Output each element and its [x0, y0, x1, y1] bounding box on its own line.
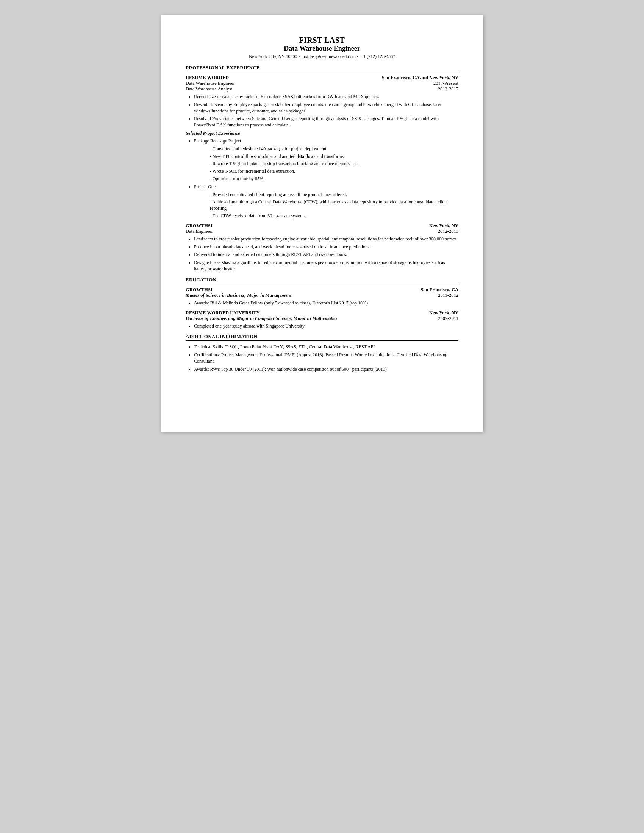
edu-school-g: GROWTHSI	[186, 287, 213, 293]
job-title-g-1: Data Engineer	[186, 229, 213, 234]
header: FIRST LAST Data Warehouse Engineer New Y…	[186, 36, 458, 60]
job-dates-g-1: 2012-2013	[438, 229, 458, 234]
bullet-item: Produced hour ahead, day ahead, and week…	[194, 244, 458, 250]
edu-bullets-rwu: Completed one-year study abroad with Sin…	[194, 323, 458, 330]
sub-bullet: Achieved goal through a Central Data War…	[210, 199, 458, 212]
job-location-rw: San Francisco, CA and New York, NY	[382, 75, 458, 80]
bullet-item: Rewrote Revenue by Employee packages to …	[194, 101, 458, 114]
sub-bullet: Optimized run time by 85%.	[210, 176, 458, 182]
job-title-row-rw-2: Data Warehouse Analyst 2013-2017	[186, 86, 458, 92]
project-sub-bullets-2: Provided consolidated client reporting a…	[210, 191, 458, 219]
job-top-row-rw: RESUME WORDED San Francisco, CA and New …	[186, 75, 458, 80]
edu-location-g: San Francisco, CA	[420, 287, 458, 293]
project-top-bullet-2: Project One	[194, 183, 458, 190]
edu-top-row-rwu: RESUME WORDED UNIVERSITY New York, NY	[186, 310, 458, 316]
job-title-rw-1: Data Warehouse Engineer	[186, 80, 235, 86]
job-location-g: New York, NY	[429, 223, 458, 229]
section-header-education: EDUCATION	[186, 277, 458, 284]
edu-location-rwu: New York, NY	[429, 310, 458, 316]
project-top-bullet: Package Redesign Project	[194, 138, 458, 144]
header-title: Data Warehouse Engineer	[186, 45, 458, 53]
edu-degree-row-rwu: Bachelor of Engineering, Major in Comput…	[186, 316, 458, 322]
edu-entry-growthsi: GROWTHSI San Francisco, CA Master of Sci…	[186, 287, 458, 306]
bullet-item: Designed peak shaving algorithms to redu…	[194, 259, 458, 272]
section-additional: ADDITIONAL INFORMATION Technical Skills:…	[186, 334, 458, 372]
edu-top-row-g: GROWTHSI San Francisco, CA	[186, 287, 458, 293]
bullet-item: Resolved 2% variance between Sale and Ge…	[194, 116, 458, 129]
job-company-rw: RESUME WORDED	[186, 75, 229, 80]
resume-page: FIRST LAST Data Warehouse Engineer New Y…	[161, 15, 483, 432]
job-company-g: GROWTHSI	[186, 223, 213, 229]
additional-bullets: Technical Skills: T-SQL, PowerPoint Pivo…	[194, 344, 458, 372]
job-title-row-rw-1: Data Warehouse Engineer 2017-Present	[186, 80, 458, 86]
sub-bullet: Converted and redesigned 40 packages for…	[210, 146, 458, 152]
edu-degree-rwu: Bachelor of Engineering, Major in Comput…	[186, 316, 338, 322]
bullet-item: Certifications: Project Management Profe…	[194, 352, 458, 365]
header-name: FIRST LAST	[186, 36, 458, 45]
header-contact: New York City, NY 10000 • first.last@res…	[186, 54, 458, 60]
job-top-row-g: GROWTHSI New York, NY	[186, 223, 458, 229]
project-item-1: Package Redesign Project Converted and r…	[194, 138, 458, 182]
job-title-row-g-1: Data Engineer 2012-2013	[186, 229, 458, 234]
job-dates-rw-2: 2013-2017	[438, 86, 458, 92]
section-professional-experience: PROFESSIONAL EXPERIENCE RESUME WORDED Sa…	[186, 65, 458, 272]
project-name-2: Project One	[194, 183, 458, 190]
sub-bullet: Rewrote T-SQL in lookups to stop transac…	[210, 161, 458, 167]
section-header-professional: PROFESSIONAL EXPERIENCE	[186, 65, 458, 72]
edu-bullets-g: Awards: Bill & Melinda Gates Fellow (onl…	[194, 300, 458, 306]
job-dates-rw-1: 2017-Present	[433, 80, 458, 86]
sub-bullet: The CDW received data from 30 upstream s…	[210, 213, 458, 219]
job-title-rw-2: Data Warehouse Analyst	[186, 86, 232, 92]
bullet-item: Lead team to create solar production for…	[194, 236, 458, 242]
project-item-2: Project One Provided consolidated client…	[194, 183, 458, 219]
project-sub-bullets-1: Converted and redesigned 40 packages for…	[210, 146, 458, 182]
edu-dates-rwu: 2007-2011	[438, 316, 458, 322]
job-entry-growthsi: GROWTHSI New York, NY Data Engineer 2012…	[186, 223, 458, 272]
bullet-item: Completed one-year study abroad with Sin…	[194, 323, 458, 330]
section-header-additional: ADDITIONAL INFORMATION	[186, 334, 458, 341]
bullet-item: Awards: Bill & Melinda Gates Fellow (onl…	[194, 300, 458, 306]
sub-bullet: New ETL control flows; modular and audit…	[210, 153, 458, 160]
bullet-item: Technical Skills: T-SQL, PowerPoint Pivo…	[194, 344, 458, 350]
project-section-title: Selected Project Experience	[186, 130, 458, 136]
edu-school-rwu: RESUME WORDED UNIVERSITY	[186, 310, 260, 316]
section-education: EDUCATION GROWTHSI San Francisco, CA Mas…	[186, 277, 458, 330]
edu-degree-g: Master of Science in Business; Major in …	[186, 293, 291, 298]
sub-bullet: Provided consolidated client reporting a…	[210, 191, 458, 198]
bullet-item: Recued size of database by factor of 5 t…	[194, 93, 458, 100]
bullet-item: Delivered to internal and external custo…	[194, 251, 458, 258]
edu-dates-g: 2011-2012	[438, 293, 458, 298]
job-bullets-g: Lead team to create solar production for…	[194, 236, 458, 272]
project-name-1: Package Redesign Project	[194, 138, 458, 144]
job-entry-resume-worded: RESUME WORDED San Francisco, CA and New …	[186, 75, 458, 219]
edu-entry-rwu: RESUME WORDED UNIVERSITY New York, NY Ba…	[186, 310, 458, 330]
sub-bullet: Wrote T-SQL for incremental deta extract…	[210, 168, 458, 175]
bullet-item: Awards: RW's Top 30 Under 30 (2011); Won…	[194, 366, 458, 373]
job-bullets-rw: Recued size of database by factor of 5 t…	[194, 93, 458, 129]
edu-degree-row-g: Master of Science in Business; Major in …	[186, 293, 458, 298]
